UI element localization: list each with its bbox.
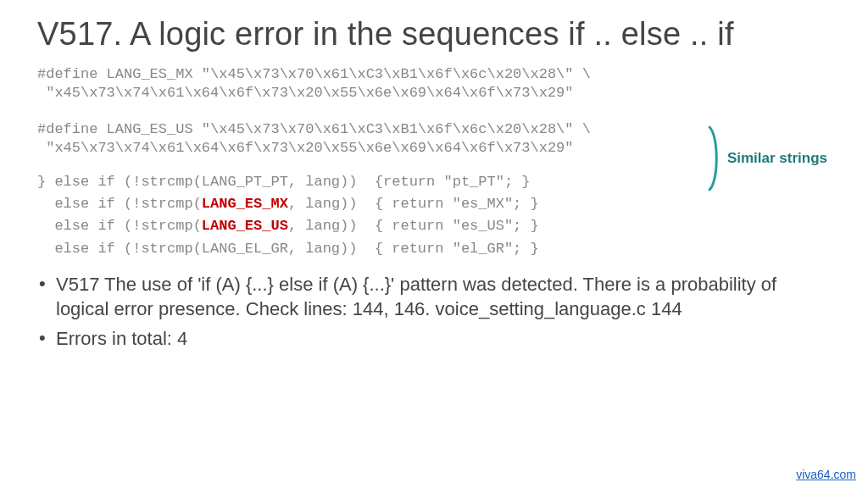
bullet-v517: V517 The use of 'if (A) {...} else if (A… <box>37 272 831 321</box>
footer-link[interactable]: viva64.com <box>796 468 856 481</box>
bullet-errors-total: Errors in total: 4 <box>37 326 831 351</box>
code-line-us-post: , lang)) { return "es_US"; } <box>288 218 539 234</box>
define-es-mx-line1: #define LANG_ES_MX "\x45\x73\x70\x61\xC3… <box>37 66 591 82</box>
code-line-us-pre: else if (!strcmp( <box>37 218 202 234</box>
define-es-us-line2: "x45\x73\x74\x61\x64\x6f\x73\x20\x55\x6e… <box>37 140 574 156</box>
annotation-label: Similar strings <box>727 150 827 167</box>
code-line-mx-post: , lang)) { return "es_MX"; } <box>288 196 539 212</box>
define-es-mx-line2: "x45\x73\x74\x61\x64\x6f\x73\x20\x55\x6e… <box>37 85 574 101</box>
code-line-pt: } else if (!strcmp(LANG_PT_PT, lang)) {r… <box>37 174 531 190</box>
code-line-gr: else if (!strcmp(LANG_EL_GR, lang)) { re… <box>37 241 539 257</box>
annotation-group: Similar strings <box>707 125 827 191</box>
code-highlight-es-us: LANG_ES_US <box>202 218 288 234</box>
slide: V517. A logic error in the sequences if … <box>0 0 868 488</box>
code-line-mx-pre: else if (!strcmp( <box>37 196 202 212</box>
code-highlight-es-mx: LANG_ES_MX <box>202 196 288 212</box>
define-es-us-line1: #define LANG_ES_US "\x45\x73\x70\x61\xC3… <box>37 121 591 137</box>
bullet-list: V517 The use of 'if (A) {...} else if (A… <box>37 272 831 351</box>
slide-title: V517. A logic error in the sequences if … <box>37 15 831 53</box>
paren-icon <box>707 125 722 191</box>
